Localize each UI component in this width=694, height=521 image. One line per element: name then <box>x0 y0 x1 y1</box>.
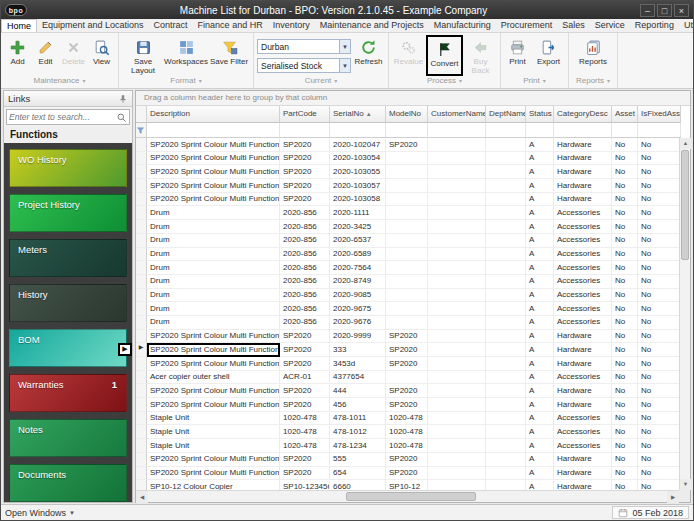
add-button[interactable]: Add <box>4 35 31 76</box>
sidebar-item-bom[interactable]: BOM <box>9 329 127 367</box>
scroll-up-icon[interactable]: ▲ <box>680 138 691 149</box>
scroll-left-icon[interactable]: ◀ <box>136 491 148 503</box>
table-row[interactable]: SP2020 Sprint Colour Multi Functional Co… <box>136 467 679 481</box>
group-expand-icon[interactable]: ▾ <box>607 78 610 84</box>
table-row[interactable]: SP2020 Sprint Colour Multi Functional Co… <box>136 453 679 467</box>
filter-cell-partcode[interactable] <box>280 123 330 138</box>
tab-maintenance-and-projects[interactable]: Maintenance and Projects <box>315 19 429 32</box>
convert-button[interactable]: Convert <box>428 37 461 74</box>
table-row[interactable]: Acer copier outer shellACR-014377654AAcc… <box>136 371 679 385</box>
tab-equipment-and-locations[interactable]: Equipment and Locations <box>37 19 149 32</box>
table-row[interactable]: Drum2020-8562020-3425AAccessoriesNoNo <box>136 220 679 234</box>
revalue-button[interactable]: Revalue <box>392 35 425 76</box>
group-expand-icon[interactable]: ▾ <box>82 78 85 84</box>
site-dropdown[interactable]: Durban ▼ <box>257 39 351 54</box>
save-filter-button[interactable]: Save Filter <box>208 35 250 76</box>
column-header-status[interactable]: Status <box>526 106 554 123</box>
table-row[interactable]: SP2020 Sprint Colour Multi Functional Co… <box>136 138 679 152</box>
tab-home[interactable]: Home <box>1 19 37 32</box>
sidebar-item-project-history[interactable]: Project History <box>9 194 127 232</box>
vertical-scrollbar[interactable]: ▲ ▼ <box>679 138 690 490</box>
table-row[interactable]: SP2020 Sprint Colour Multi Functional Co… <box>136 165 679 179</box>
delete-button[interactable]: Delete <box>60 35 87 76</box>
column-header-modelno[interactable]: ModelNo <box>386 106 428 123</box>
table-row[interactable]: Drum2020-8562020-9676AAccessoriesNoNo <box>136 316 679 330</box>
group-by-bar[interactable]: Drag a column header here to group by th… <box>136 91 690 106</box>
scroll-down-icon[interactable]: ▼ <box>680 479 691 490</box>
open-windows-button[interactable]: Open Windows ▼ <box>5 508 75 518</box>
sidebar-item-warranties[interactable]: Warranties1 <box>9 374 127 412</box>
close-button[interactable]: × <box>674 4 689 17</box>
tab-sales[interactable]: Sales <box>557 19 590 32</box>
table-row[interactable]: Staple Unit1020-478478-10121020-478AAcce… <box>136 425 679 439</box>
column-header-serialno[interactable]: SerialNo▲ <box>330 106 386 123</box>
table-row[interactable]: SP2020 Sprint Colour Multi Functional Co… <box>136 152 679 166</box>
search-icon[interactable] <box>116 112 127 123</box>
sidebar-item-notes[interactable]: Notes <box>9 419 127 457</box>
column-header-partcode[interactable]: PartCode <box>280 106 330 123</box>
buy-back-button[interactable]: Buy Back <box>464 35 497 76</box>
table-row[interactable]: Staple Unit1020-478478-10111020-478AAcce… <box>136 412 679 426</box>
view-button[interactable]: View <box>88 35 115 76</box>
tab-finance-and-hr[interactable]: Finance and HR <box>193 19 268 32</box>
table-row[interactable]: Drum2020-8562020-9675AAccessoriesNoNo <box>136 302 679 316</box>
table-row[interactable]: SP2020 Sprint Colour Multi Functional Co… <box>136 384 679 398</box>
table-row[interactable]: Drum2020-8562020-6589AAccessoriesNoNo <box>136 248 679 262</box>
table-row[interactable]: Drum2020-8562020-9085AAccessoriesNoNo <box>136 289 679 303</box>
tab-contract[interactable]: Contract <box>149 19 193 32</box>
column-header-asset[interactable]: Asset <box>612 106 638 123</box>
horizontal-scrollbar[interactable]: ◀ ▶ <box>136 490 679 502</box>
filter-cell-isfixedasset[interactable] <box>638 123 681 138</box>
minimize-button[interactable]: – <box>640 4 655 17</box>
filter-cell-customername[interactable] <box>428 123 486 138</box>
table-row[interactable]: Staple Unit1020-478478-12341020-478AAcce… <box>136 439 679 453</box>
column-header-isfixedasset[interactable]: IsFixedAsset <box>638 106 681 123</box>
table-row[interactable]: SP2020 Sprint Colour Multi Functional Co… <box>136 179 679 193</box>
table-row[interactable]: SP2020 Sprint Colour Multi Functional Co… <box>136 193 679 207</box>
table-row[interactable]: SP2020 Sprint Colour Multi Functional Co… <box>136 398 679 412</box>
group-expand-icon[interactable]: ▾ <box>199 78 202 84</box>
tab-inventory[interactable]: Inventory <box>268 19 315 32</box>
table-row[interactable]: Drum2020-8562020-7564AAccessoriesNoNo <box>136 261 679 275</box>
stock-type-dropdown[interactable]: Serialised Stock ▼ <box>257 58 351 73</box>
session-date[interactable]: 05 Feb 2018 <box>612 506 689 519</box>
column-header-description[interactable]: Description <box>147 106 280 123</box>
table-row[interactable]: SP10-12 Colour CopierSP10-1234566660SP10… <box>136 480 679 490</box>
tab-procurement[interactable]: Procurement <box>496 19 558 32</box>
vertical-scroll-thumb[interactable] <box>681 150 689 260</box>
filter-cell-categorydesc[interactable] <box>554 123 612 138</box>
table-row[interactable]: Drum2020-8562020-6537AAccessoriesNoNo <box>136 234 679 248</box>
filter-cell-description[interactable] <box>147 123 280 138</box>
refresh-button[interactable]: Refresh <box>352 35 385 76</box>
horizontal-scroll-thumb[interactable] <box>346 492 476 501</box>
filter-cell-deptname[interactable] <box>486 123 526 138</box>
reports-button[interactable]: Reports <box>572 35 614 76</box>
sidebar-item-history[interactable]: History <box>9 284 127 322</box>
table-row[interactable]: SP2020 Sprint Colour Multi Functional Co… <box>136 357 679 371</box>
column-header-customername[interactable]: CustomerName <box>428 106 486 123</box>
sidebar-item-wo-history[interactable]: WO History <box>9 149 127 187</box>
table-row[interactable]: Drum2020-8562020-8749AAccessoriesNoNo <box>136 275 679 289</box>
edit-button[interactable]: Edit <box>32 35 59 76</box>
tab-utilities[interactable]: Utilities <box>679 19 694 32</box>
scroll-right-icon[interactable]: ▶ <box>667 491 679 503</box>
group-expand-icon[interactable]: ▾ <box>334 78 337 84</box>
tab-manufacturing[interactable]: Manufacturing <box>429 19 496 32</box>
filter-cell-modelno[interactable] <box>386 123 428 138</box>
column-header-deptname[interactable]: DeptName <box>486 106 526 123</box>
tab-service[interactable]: Service <box>590 19 630 32</box>
table-row[interactable]: SP2020 Sprint Colour Multi Functional Co… <box>136 330 679 344</box>
chevron-down-icon[interactable]: ▼ <box>339 40 350 53</box>
tab-reporting[interactable]: Reporting <box>630 19 679 32</box>
chevron-down-icon[interactable]: ▼ <box>339 59 350 72</box>
column-header-categorydesc[interactable]: CategoryDesc <box>554 106 612 123</box>
group-expand-icon[interactable]: ▾ <box>543 78 546 84</box>
filter-cell-asset[interactable] <box>612 123 638 138</box>
sidebar-item-documents[interactable]: Documents <box>9 464 127 502</box>
export-button[interactable]: Export <box>532 35 565 76</box>
maximize-button[interactable]: □ <box>657 4 672 17</box>
group-expand-icon[interactable]: ▾ <box>459 78 462 84</box>
table-row[interactable]: ▶SP2020 Sprint Colour Multi Functional C… <box>136 343 679 357</box>
print-button[interactable]: Print <box>504 35 531 76</box>
search-input[interactable] <box>9 112 116 122</box>
